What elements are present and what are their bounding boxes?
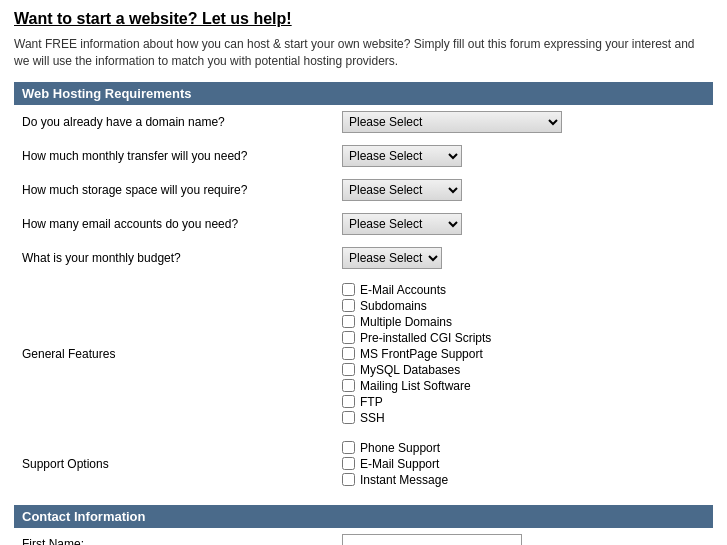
budget-control: Please Select < $5 $5-$10 $10-$20 $20+ — [334, 241, 713, 275]
ssh-option[interactable]: SSH — [342, 411, 705, 425]
email-support-option[interactable]: E-Mail Support — [342, 457, 705, 471]
frontpage-option[interactable]: MS FrontPage Support — [342, 347, 705, 361]
budget-row: What is your monthly budget? Please Sele… — [14, 241, 713, 275]
storage-select[interactable]: Please Select < 100 MB 100-500 MB 500 MB… — [342, 179, 462, 201]
intro-text: Want FREE information about how you can … — [14, 36, 713, 70]
cgi-label: Pre-installed CGI Scripts — [360, 331, 491, 345]
email-accounts-option[interactable]: E-Mail Accounts — [342, 283, 705, 297]
multiple-domains-option[interactable]: Multiple Domains — [342, 315, 705, 329]
phone-support-option[interactable]: Phone Support — [342, 441, 705, 455]
requirements-header: Web Hosting Requirements — [14, 82, 713, 105]
ssh-checkbox[interactable] — [342, 411, 355, 424]
transfer-control: Please Select < 1 GB 1-5 GB 5-10 GB 10+ … — [334, 139, 713, 173]
budget-select[interactable]: Please Select < $5 $5-$10 $10-$20 $20+ — [342, 247, 442, 269]
instant-message-checkbox[interactable] — [342, 473, 355, 486]
mailing-list-option[interactable]: Mailing List Software — [342, 379, 705, 393]
email-accounts-checkbox[interactable] — [342, 283, 355, 296]
email-select[interactable]: Please Select 1-5 5-10 10-25 25+ — [342, 213, 462, 235]
page-title: Want to start a website? Let us help! — [14, 10, 713, 28]
support-options-label: Support Options — [14, 433, 334, 495]
email-support-label: E-Mail Support — [360, 457, 439, 471]
phone-support-checkbox[interactable] — [342, 441, 355, 454]
email-support-checkbox[interactable] — [342, 457, 355, 470]
phone-support-label: Phone Support — [360, 441, 440, 455]
transfer-select[interactable]: Please Select < 1 GB 1-5 GB 5-10 GB 10+ … — [342, 145, 462, 167]
general-features-checkboxes: E-Mail Accounts Subdomains Multiple Doma… — [334, 275, 713, 433]
storage-label: How much storage space will you require? — [14, 173, 334, 207]
requirements-table: Do you already have a domain name? Pleas… — [14, 105, 713, 495]
instant-message-option[interactable]: Instant Message — [342, 473, 705, 487]
frontpage-checkbox[interactable] — [342, 347, 355, 360]
domain-row: Do you already have a domain name? Pleas… — [14, 105, 713, 139]
contact-table: First Name: — [14, 528, 713, 545]
frontpage-label: MS FrontPage Support — [360, 347, 483, 361]
subdomains-label: Subdomains — [360, 299, 427, 313]
mysql-label: MySQL Databases — [360, 363, 460, 377]
support-options-row: Support Options Phone Support E-Mail Sup… — [14, 433, 713, 495]
email-accounts-label: E-Mail Accounts — [360, 283, 446, 297]
instant-message-label: Instant Message — [360, 473, 448, 487]
general-features-row: General Features E-Mail Accounts Subdoma… — [14, 275, 713, 433]
email-row: How many email accounts do you need? Ple… — [14, 207, 713, 241]
transfer-row: How much monthly transfer will you need?… — [14, 139, 713, 173]
contact-header: Contact Information — [14, 505, 713, 528]
ftp-checkbox[interactable] — [342, 395, 355, 408]
storage-row: How much storage space will you require?… — [14, 173, 713, 207]
mysql-option[interactable]: MySQL Databases — [342, 363, 705, 377]
ftp-label: FTP — [360, 395, 383, 409]
ssh-label: SSH — [360, 411, 385, 425]
budget-label: What is your monthly budget? — [14, 241, 334, 275]
cgi-checkbox[interactable] — [342, 331, 355, 344]
general-features-label: General Features — [14, 275, 334, 433]
storage-control: Please Select < 100 MB 100-500 MB 500 MB… — [334, 173, 713, 207]
domain-label: Do you already have a domain name? — [14, 105, 334, 139]
first-name-input[interactable] — [342, 534, 522, 545]
email-label: How many email accounts do you need? — [14, 207, 334, 241]
domain-select[interactable]: Please Select Yes No — [342, 111, 562, 133]
transfer-label: How much monthly transfer will you need? — [14, 139, 334, 173]
mailing-list-checkbox[interactable] — [342, 379, 355, 392]
first-name-label: First Name: — [14, 528, 334, 545]
first-name-control — [334, 528, 713, 545]
mysql-checkbox[interactable] — [342, 363, 355, 376]
domain-control: Please Select Yes No — [334, 105, 713, 139]
multiple-domains-label: Multiple Domains — [360, 315, 452, 329]
mailing-list-label: Mailing List Software — [360, 379, 471, 393]
ftp-option[interactable]: FTP — [342, 395, 705, 409]
cgi-option[interactable]: Pre-installed CGI Scripts — [342, 331, 705, 345]
subdomains-checkbox[interactable] — [342, 299, 355, 312]
email-control: Please Select 1-5 5-10 10-25 25+ — [334, 207, 713, 241]
support-options-checkboxes: Phone Support E-Mail Support Instant Mes… — [334, 433, 713, 495]
subdomains-option[interactable]: Subdomains — [342, 299, 705, 313]
multiple-domains-checkbox[interactable] — [342, 315, 355, 328]
first-name-row: First Name: — [14, 528, 713, 545]
